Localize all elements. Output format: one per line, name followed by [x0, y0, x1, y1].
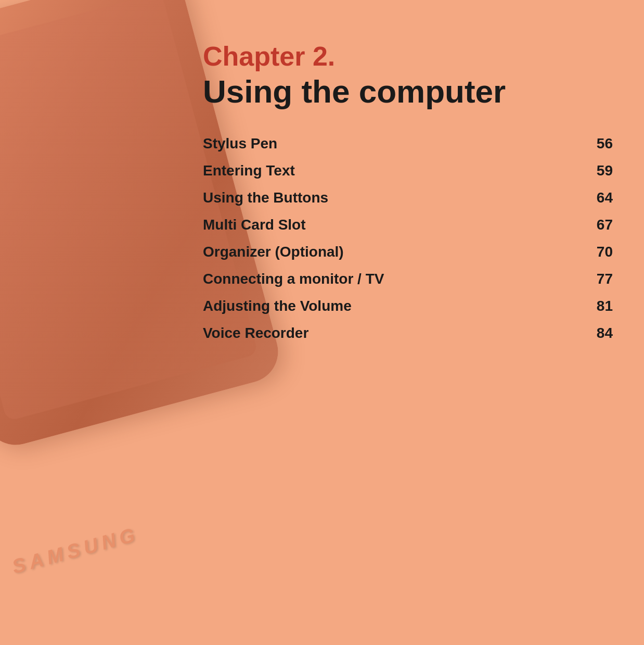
toc-row: Voice Recorder84 — [203, 320, 613, 347]
toc-item-label: Organizer (Optional) — [203, 244, 344, 260]
toc-item-label: Stylus Pen — [203, 135, 277, 152]
toc-item-page: 70 — [587, 244, 613, 260]
toc-item-label: Using the Buttons — [203, 189, 328, 206]
toc-item-label: Connecting a monitor / TV — [203, 271, 384, 287]
toc-item-label: Voice Recorder — [203, 325, 308, 342]
toc-row: Entering Text59 — [203, 157, 613, 184]
chapter-title: Using the computer — [203, 74, 613, 109]
toc-item-page: 77 — [587, 271, 613, 287]
toc-item-page: 64 — [587, 189, 613, 206]
toc-item-page: 56 — [587, 135, 613, 152]
toc-item-page: 67 — [587, 217, 613, 233]
toc-item-page: 81 — [587, 298, 613, 314]
toc-row: Multi Card Slot67 — [203, 211, 613, 238]
chapter-label: Chapter 2. — [203, 42, 613, 71]
toc-item-page: 84 — [587, 325, 613, 342]
toc-list: Stylus Pen56Entering Text59Using the But… — [203, 130, 613, 347]
toc-item-label: Entering Text — [203, 162, 295, 179]
toc-row: Adjusting the Volume81 — [203, 293, 613, 320]
samsung-logo: SAMSUNG — [10, 523, 141, 578]
toc-row: Organizer (Optional)70 — [203, 238, 613, 265]
toc-item-label: Adjusting the Volume — [203, 298, 352, 314]
chapter-content: Chapter 2. Using the computer Stylus Pen… — [203, 42, 613, 347]
toc-item-page: 59 — [587, 162, 613, 179]
toc-row: Connecting a monitor / TV77 — [203, 265, 613, 293]
toc-row: Stylus Pen56 — [203, 130, 613, 157]
toc-item-label: Multi Card Slot — [203, 217, 306, 233]
toc-row: Using the Buttons64 — [203, 184, 613, 211]
